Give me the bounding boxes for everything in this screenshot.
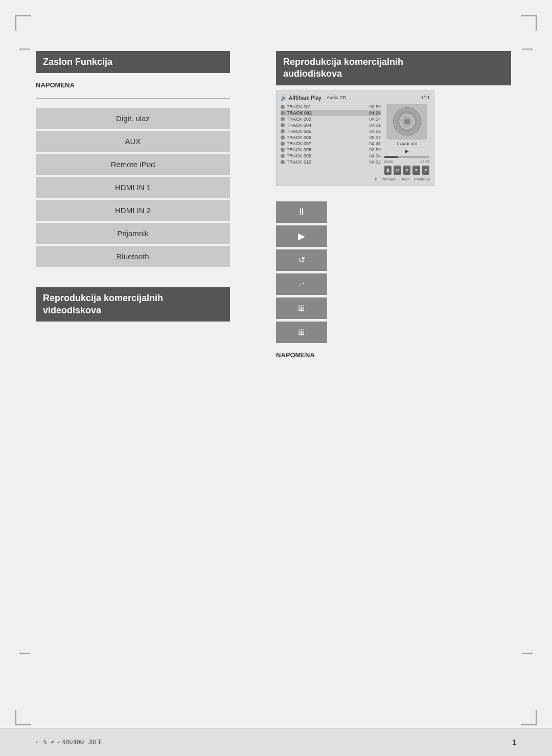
player-title-row: 🔊 AllShare Play Audio CD (281, 95, 346, 101)
menu-item-prijamnik[interactable]: Prijamnik (36, 223, 230, 244)
pb-repeat-button[interactable]: ↺ (276, 249, 327, 271)
track-dot (281, 123, 285, 127)
cd-disc (393, 107, 421, 135)
track-dot (281, 129, 285, 133)
napomena-label-left: NAPOMENA (36, 81, 230, 89)
player-subtitle: Audio CD (327, 95, 347, 100)
corner-mark-br (521, 710, 537, 725)
track-row: TRACK 006 05:07 (281, 134, 381, 141)
progress-start: 00:00 (384, 160, 394, 164)
track-dot (281, 135, 285, 140)
track-label: TRACK 001 (396, 142, 418, 146)
left-column: Zaslon Funkcija NAPOMENA Digit. ulaz AUX… (36, 51, 230, 322)
player-header: 🔊 AllShare Play Audio CD 1/11 (281, 95, 430, 101)
corner-mark-bl (15, 710, 31, 725)
menu-item-bluetooth[interactable]: Bluetooth (36, 246, 230, 267)
pb-eq1-button[interactable]: ⊞ (276, 297, 327, 319)
track-row: TRACK 008 03:59 (281, 147, 381, 153)
pb-eq2-button[interactable]: ⊞ (276, 322, 327, 343)
track-dot (281, 154, 285, 158)
menu-item-hdmi-in-2[interactable]: HDMI IN 2 (36, 200, 230, 221)
progress-time: 00:00 03:53 (384, 160, 429, 164)
track-row: TRACK 001 03:59 (281, 104, 381, 110)
menu-item-digit-ulaz[interactable]: Digit. ulaz (36, 108, 230, 129)
footer-left-text: ⌐ 5 ≤ ⌐38©30© JŒEE (36, 739, 102, 746)
allshare-icon: 🔊 (281, 95, 287, 101)
bottom-header-line2: videodiskova (43, 305, 223, 316)
player-controls: ⏸ ↺ ✕ ≡ ≡ (384, 166, 429, 175)
track-row: TRACK 009 04:34 (281, 153, 381, 159)
track-row: TRACK 005 04:26 (281, 128, 381, 134)
side-mark-right-top (522, 49, 533, 50)
pb-play-button[interactable]: ▶ (276, 225, 327, 247)
ctrl-repeat[interactable]: ↺ (394, 166, 401, 175)
corner-mark-tr (521, 15, 537, 31)
ctrl-eq2[interactable]: ≡ (422, 166, 429, 175)
menu-list: Digit. ulaz AUX Remote iPod HDMI IN 1 HD… (36, 108, 230, 267)
player-footer: b Pomakn. Alati Povratak (281, 177, 430, 181)
ctrl-stop[interactable]: ✕ (403, 166, 410, 175)
side-mark-left-top (19, 49, 30, 50)
allshare-player: 🔊 AllShare Play Audio CD 1/11 TRACK 001 … (276, 90, 434, 186)
napomena-label-right: NAPOMENA (276, 351, 511, 359)
left-section-header: Zaslon Funkcija (36, 51, 230, 73)
left-section-header-text: Zaslon Funkcija (43, 57, 112, 67)
player-body: TRACK 001 03:59 TRACK 002 04:24 TRACK 00… (281, 104, 430, 175)
cd-image (386, 104, 427, 140)
ctrl-pause[interactable]: ⏸ (384, 166, 392, 175)
playback-controls: ⏸ ▶ ↺ ⇌ ⊞ ⊞ (276, 201, 327, 343)
track-row: TRACK 003 04:24 (281, 116, 381, 122)
right-header-line2: audiodiskova (283, 68, 504, 80)
track-row: TRACK 002 04:24 (281, 110, 381, 116)
track-dot (281, 142, 285, 146)
corner-mark-tl (15, 15, 31, 31)
right-section-header: Reprodukcija komercijalnih audiodiskova (276, 51, 511, 85)
player-right-panel: TRACK 001 ▶ 00:00 03:53 ⏸ ↺ (384, 104, 430, 175)
track-dot (281, 105, 285, 109)
page: Zaslon Funkcija NAPOMENA Digit. ulaz AUX… (0, 0, 552, 756)
track-dot (281, 160, 285, 164)
track-dot (281, 117, 285, 121)
track-dot (281, 148, 285, 152)
footer-right-text: 1 (512, 738, 516, 746)
right-column: Reprodukcija komercijalnih audiodiskova … (276, 51, 511, 363)
play-icon: ▶ (405, 148, 409, 154)
bottom-header-line1: Reprodukcija komercijalnih (43, 292, 223, 304)
left-divider (36, 98, 230, 99)
side-mark-left-bottom (19, 653, 30, 654)
player-page-indicator: 1/11 (421, 95, 430, 100)
progress-end: 03:53 (420, 160, 429, 164)
track-row: TRACK 007 04:47 (281, 141, 381, 147)
pb-pause-button[interactable]: ⏸ (276, 201, 327, 223)
progress-fill (384, 156, 398, 158)
track-row: TRACK 004 04:01 (281, 122, 381, 128)
ctrl-eq1[interactable]: ≡ (412, 166, 420, 175)
bottom-section-header: Reprodukcija komercijalnih videodiskova (36, 287, 230, 322)
player-title: AllShare Play (289, 95, 321, 101)
right-header-line1: Reprodukcija komercijalnih (283, 56, 504, 68)
side-mark-right-bottom (522, 653, 533, 654)
track-list: TRACK 001 03:59 TRACK 002 04:24 TRACK 00… (281, 104, 381, 175)
progress-bar (384, 156, 429, 158)
menu-item-hdmi-in-1[interactable]: HDMI IN 1 (36, 177, 230, 198)
pb-shuffle-button[interactable]: ⇌ (276, 273, 327, 295)
track-row: TRACK 010 04:02 (281, 159, 381, 165)
footer-bar: ⌐ 5 ≤ ⌐38©30© JŒEE 1 (0, 728, 552, 756)
menu-item-remote-ipod[interactable]: Remote iPod (36, 154, 230, 175)
track-dot (281, 111, 285, 115)
menu-item-aux[interactable]: AUX (36, 131, 230, 152)
main-content: Zaslon Funkcija NAPOMENA Digit. ulaz AUX… (36, 51, 516, 705)
